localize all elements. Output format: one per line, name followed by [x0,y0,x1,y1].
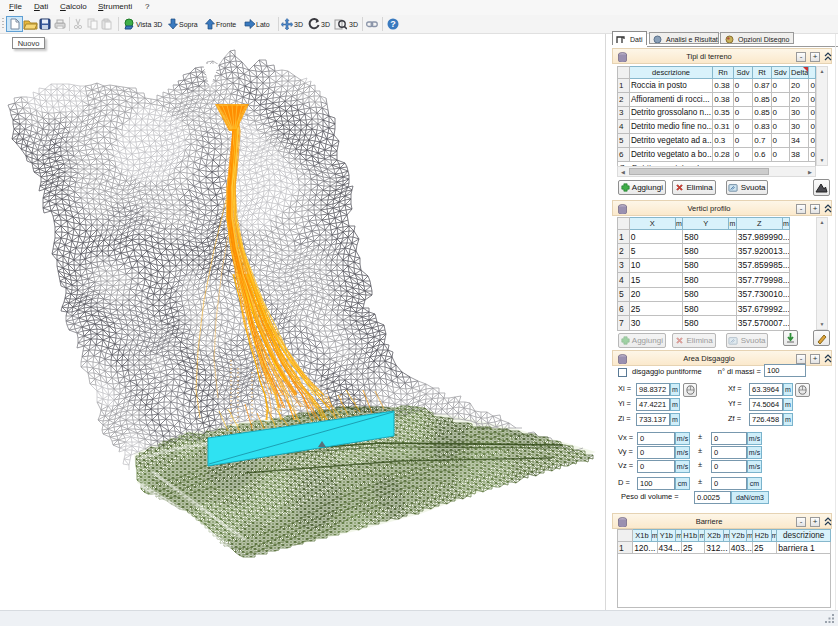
svg-text:?: ? [390,19,396,29]
